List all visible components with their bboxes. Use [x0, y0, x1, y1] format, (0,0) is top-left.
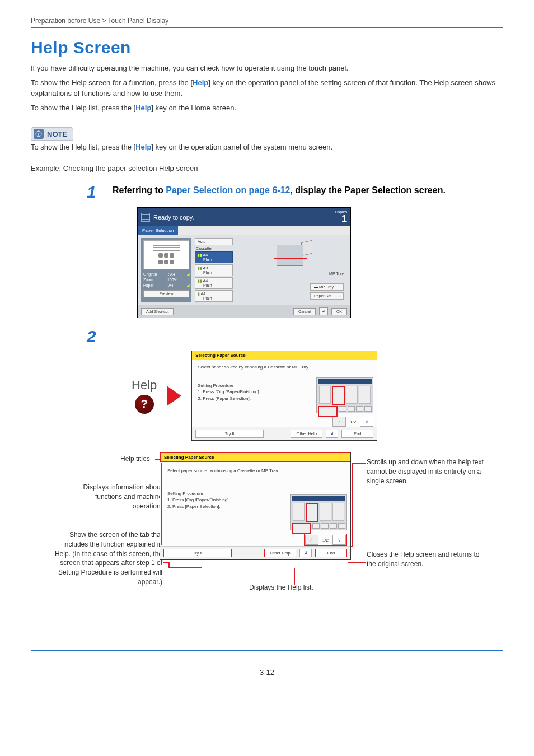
c4-size: A4 — [201, 292, 206, 296]
step-1-text: Referring to Paper Selection on page 6-1… — [113, 184, 446, 200]
help-key-2: Help — [135, 104, 151, 112]
question-mark-icon: ? — [141, 398, 148, 410]
zoom-label: Zoom — [143, 277, 153, 283]
ann-displays-info: Displays information about functions and… — [67, 483, 162, 511]
note-heading: i NOTE — [31, 127, 73, 141]
help-mini-preview — [316, 377, 373, 413]
add-shortcut-button[interactable]: Add Shortcut — [141, 308, 174, 315]
note-b: ] key on the operation panel of the syst… — [151, 143, 332, 151]
return-button[interactable]: ↲ — [326, 430, 338, 438]
page-title: Help Screen — [31, 38, 503, 57]
ann-displays-list: Displays the Help list. — [249, 584, 313, 591]
proc-step-1: 1. Press [Org./Paper/Finishing]. — [198, 389, 310, 395]
reorient-icon[interactable]: ◢ — [186, 272, 189, 277]
end-button-2[interactable]: End — [315, 549, 347, 557]
note-label: NOTE — [47, 130, 67, 138]
ann-closes: Closes the Help screen and returns to th… — [367, 550, 490, 569]
paper-selection-tab[interactable]: Paper Selection — [138, 226, 178, 235]
help-key-1: Help — [193, 78, 208, 87]
return-icon[interactable]: ↲ — [319, 307, 328, 315]
page-up-button-2[interactable]: ∧ — [305, 535, 318, 545]
arrow-icon — [167, 386, 181, 406]
note-text: To show the Help list, press the [Help] … — [31, 142, 503, 153]
page-down-button[interactable]: ∨ — [360, 417, 373, 427]
ann-scrolls: Scrolls up and down when the help text c… — [367, 458, 490, 486]
printer-illustration — [272, 238, 311, 272]
other-help-button-2[interactable]: Other Help — [264, 549, 296, 557]
cassette-1-button[interactable]: ▮▮ A4Plain — [195, 251, 233, 263]
cassette-label: Cassette — [195, 246, 233, 250]
c3-type: Plain — [198, 283, 230, 287]
help-key-3: Help — [135, 143, 151, 151]
intro-paragraph-1: If you have difficulty operating the mac… — [31, 63, 503, 74]
help-hardware-key[interactable]: Help ? — [132, 378, 157, 414]
intro-paragraph-2: To show the Help screen for a function, … — [31, 77, 503, 99]
return-button-2[interactable]: ↲ — [299, 549, 312, 557]
auto-button[interactable]: Auto — [195, 238, 233, 245]
intro-paragraph-3: To show the Help list, press the [Help] … — [31, 102, 503, 114]
step-1-number: 1 — [87, 184, 113, 200]
zoom-value: : 100% — [165, 277, 177, 283]
proc-step-2: 2. Press [Paper Selection]. — [198, 395, 310, 402]
page-down-button-2[interactable]: ∨ — [332, 535, 346, 545]
ok-button[interactable]: OK — [331, 308, 347, 315]
page-indicator: 1/2 — [348, 419, 358, 424]
breadcrumb: Preparation before Use > Touch Panel Dis… — [31, 17, 503, 25]
try-it-button-2[interactable]: Try It — [163, 549, 232, 557]
mp-tray-label: MP Tray — [329, 272, 344, 276]
c2-size: A3 — [203, 266, 208, 270]
svg-text:i: i — [38, 132, 39, 136]
help-screenshot: Selecting Paper Source Select paper sour… — [191, 351, 377, 441]
page-number: 3-12 — [31, 668, 503, 676]
setting-procedure-title-2: Setting Procedure — [167, 491, 283, 497]
c1-type: Plain — [198, 258, 230, 262]
paper-selection-screenshot: Ready to copy. Copies 1 Paper Selection … — [137, 207, 351, 318]
c1-size: A4 — [203, 253, 208, 257]
page-up-button[interactable]: ∧ — [332, 417, 346, 427]
paper-selection-link[interactable]: Paper Selection on page 6-12 — [166, 185, 290, 195]
help-screenshot-annotated: Selecting Paper Source Select paper sour… — [160, 452, 351, 560]
paper-value: : A4 — [167, 283, 174, 288]
help-title-bar: Selecting Paper Source — [192, 351, 377, 360]
help-mini-preview-2 — [290, 494, 347, 530]
note-a: To show the Help list, press the [ — [31, 143, 135, 151]
preview-button[interactable]: Preview — [143, 290, 189, 297]
ann-show-screen: Show the screen of the tab that includes… — [53, 530, 162, 587]
document-icon — [141, 213, 150, 222]
ready-to-copy-label: Ready to copy. — [153, 214, 194, 221]
annotated-diagram: Help titles Displays information about f… — [31, 452, 495, 642]
cancel-button[interactable]: Cancel — [293, 308, 316, 315]
help-description: Select paper source by choosing a Casset… — [198, 364, 310, 370]
other-help-button[interactable]: Other Help — [291, 430, 322, 438]
cassette-3-button[interactable]: ▮▮ A4Plain — [195, 277, 233, 289]
setting-procedure-title: Setting Procedure — [198, 382, 310, 389]
c4-type: Plain — [198, 296, 230, 300]
original-value: : A4 — [168, 272, 175, 277]
ann-help-titles: Help titles — [120, 455, 150, 463]
reorient-icon-2[interactable]: ◢ — [186, 283, 189, 288]
note-icon: i — [34, 129, 44, 139]
proc-step-2b: 2. Press [Paper Selection]. — [167, 503, 283, 510]
intro3-b: ] key on the Home screen. — [151, 104, 236, 112]
example-line: Example: Checking the paper selection He… — [31, 163, 503, 174]
step1-a: Referring to — [113, 185, 166, 195]
proc-step-1b: 1. Press [Org./Paper/Finishing]. — [167, 497, 283, 503]
page-indicator-2: 1/2 — [320, 538, 331, 543]
c2-type: Plain — [198, 270, 230, 274]
mp-tray-button[interactable]: ▬ MP Tray — [310, 283, 344, 291]
help-title-bar-2: Selecting Paper Source — [160, 452, 350, 462]
try-it-button[interactable]: Try It — [195, 430, 264, 438]
cassette-2-button[interactable]: ▮▮ A3Plain — [195, 264, 233, 276]
step1-b: , display the Paper Selection screen. — [290, 185, 445, 195]
bottom-rule — [31, 650, 503, 651]
paper-set-button[interactable]: Paper Set. — [310, 292, 344, 300]
original-label: Original — [143, 272, 157, 277]
help-key-label: Help — [132, 378, 157, 393]
cassette-4-button[interactable]: ▮ A4Plain — [195, 290, 233, 302]
copies-value: 1 — [335, 214, 347, 224]
intro3-a: To show the Help list, press the [ — [31, 104, 135, 112]
end-button[interactable]: End — [341, 430, 373, 438]
help-description-2: Select paper source by choosing a Casset… — [167, 468, 283, 474]
top-rule — [31, 27, 503, 28]
preview-thumbnail — [143, 240, 189, 269]
